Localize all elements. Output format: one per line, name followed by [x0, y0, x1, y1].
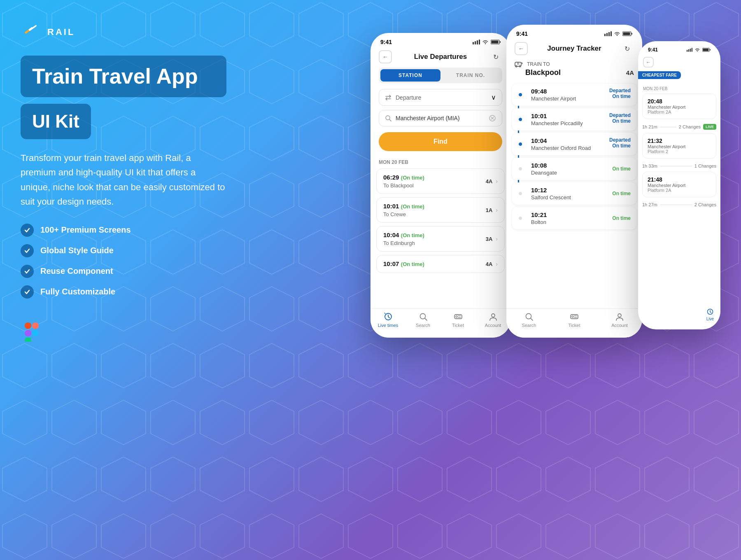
stop-name-4: Deansgate	[531, 170, 557, 176]
clear-icon[interactable]	[489, 114, 496, 122]
train-status-1: (On time)	[401, 175, 424, 181]
fare-badge: CHEAPEST FARE	[638, 71, 681, 79]
back-button-main[interactable]: ←	[379, 50, 392, 63]
livetimes-icon	[384, 312, 393, 321]
nav-ticket-middle[interactable]: Ticket	[552, 312, 597, 328]
status-icons-main	[473, 40, 501, 44]
main-title: Train Travel App	[32, 65, 215, 88]
train-dest-2: To Crewe	[383, 211, 424, 217]
logo-text: RAIL	[47, 27, 75, 37]
nav-account-main[interactable]: Account	[475, 312, 510, 328]
right-duration-2: 1h 33m 1 Changes	[638, 162, 720, 172]
check-icon-2	[21, 244, 34, 257]
check-icon-1	[21, 224, 34, 237]
ticket-icon-middle	[570, 312, 579, 321]
nav-ticket-main[interactable]: Ticket	[440, 312, 475, 328]
departure-dropdown[interactable]: Departure ∨	[379, 89, 502, 106]
bottom-nav-main: Live times Search Ticket	[370, 308, 510, 338]
date-label: MON 20 FEB	[370, 158, 510, 168]
description-text: Transform your train travel app with Rai…	[21, 151, 226, 209]
nav-account-label-main: Account	[485, 323, 501, 328]
journey-stop-1: 09:48 Manchester Airport Departed On tim…	[512, 84, 636, 106]
right-date-label: MON 20 FEB	[638, 86, 720, 93]
changes-text-3: 2 Changes	[694, 202, 716, 207]
wifi-icon	[482, 40, 489, 44]
train-card-4[interactable]: 10:07 (On time) 4A ›	[376, 255, 505, 273]
train-to-section: TRAIN TO	[506, 59, 642, 68]
right-duration-3: 1h 27m 2 Changes	[638, 201, 720, 210]
rail-logo-icon	[21, 21, 43, 43]
train-status-2: (On time)	[401, 203, 424, 210]
search-icon-middle	[524, 312, 534, 321]
bottom-nav-middle: Search Ticket Account	[506, 308, 642, 338]
svg-rect-6	[25, 337, 31, 342]
right-result-2[interactable]: 21:32 Manchester Airport Platform 2	[642, 133, 716, 159]
stop-status-4: On time	[612, 166, 631, 172]
right-station-1: Manchester Airport	[648, 105, 711, 110]
account-nav-icon-main	[489, 312, 498, 321]
nav-ticket-label-middle: Ticket	[569, 323, 580, 328]
battery-icon-r	[702, 48, 711, 52]
chevron-icon-1: ›	[496, 178, 498, 184]
stop-status-5: On time	[612, 191, 631, 196]
tab-station[interactable]: STATION	[380, 69, 440, 82]
phone-right: 9:41	[638, 41, 720, 329]
figma-icon	[21, 319, 43, 342]
feature-item-3: Reuse Component	[21, 265, 226, 278]
svg-point-7	[32, 330, 39, 336]
svg-rect-48	[688, 49, 689, 51]
find-button[interactable]: Find	[379, 132, 502, 151]
svg-rect-5	[25, 330, 31, 336]
right-result-1[interactable]: 20:48 Manchester Airport Platform 2A	[642, 93, 716, 119]
check-icon-4	[21, 285, 34, 299]
journey-stop-3: 10:04 Manchester Oxford Road Departed On…	[512, 133, 636, 155]
stop-dot-1	[518, 92, 523, 97]
train-card-2[interactable]: 10:01 (On time) To Crewe 1A ›	[376, 197, 505, 223]
chevron-icon-2: ›	[496, 207, 498, 213]
refresh-button-middle[interactable]: ↻	[621, 42, 634, 55]
changes-text-2: 1 Changes	[694, 163, 716, 168]
back-button-middle[interactable]: ←	[515, 42, 528, 55]
journey-stop-2: 10:01 Manchester Piccadilly Departed On …	[512, 108, 636, 131]
platform-4: 4A	[486, 261, 493, 267]
nav-search-main[interactable]: Search	[405, 312, 440, 328]
search-station-input[interactable]: Manchester Airport (MIA)	[379, 110, 502, 126]
dropdown-chevron: ∨	[491, 93, 496, 101]
journey-header: ← Journey Tracker ↻	[506, 40, 642, 59]
nav-livetimes[interactable]: Live times	[370, 312, 405, 328]
refresh-button-main[interactable]: ↻	[489, 50, 502, 63]
battery-icon	[491, 40, 501, 44]
stop-name-2: Manchester Piccadilly	[531, 120, 583, 126]
tab-switcher[interactable]: STATION TRAIN NO.	[379, 68, 502, 83]
stop-dot-2	[518, 117, 523, 122]
subtitle-box: UI Kit	[21, 104, 91, 139]
account-icon-middle	[615, 312, 624, 321]
stop-time-5: 10:12	[531, 187, 571, 194]
destination-name: Blackpool	[525, 68, 561, 77]
nav-live-right[interactable]: Live	[706, 308, 714, 321]
right-result-3[interactable]: 21:48 Manchester Airport Platform 2A	[642, 172, 716, 197]
nav-account-middle[interactable]: Account	[597, 312, 642, 328]
stop-time-3: 10:04	[531, 137, 591, 144]
tab-trainno[interactable]: TRAIN NO.	[440, 69, 501, 82]
main-platform-badge: 4A	[626, 69, 634, 76]
svg-line-22	[425, 318, 427, 320]
back-button-right[interactable]: ←	[643, 57, 654, 68]
time-right: 9:41	[648, 47, 658, 53]
stop-name-3: Manchester Oxford Road	[531, 145, 591, 151]
duration-line-3	[660, 205, 692, 205]
svg-rect-34	[623, 33, 630, 35]
title-box: Train Travel App	[21, 56, 226, 97]
train-card-1[interactable]: 06:29 (On time) To Blackpool 4A ›	[376, 168, 505, 194]
svg-rect-8	[473, 42, 474, 44]
stop-departed-3: Departed	[609, 137, 631, 143]
stop-dot-4	[518, 166, 523, 171]
platform-2: 1A	[486, 207, 493, 213]
right-platform-3: Platform 2A	[648, 188, 711, 193]
chevron-icon-3: ›	[496, 236, 498, 242]
nav-search-middle[interactable]: Search	[506, 312, 552, 328]
nav-search-label-middle: Search	[522, 323, 536, 328]
platform-1: 4A	[486, 178, 493, 184]
train-card-3[interactable]: 10:04 (On time) To Edinburgh 3A ›	[376, 226, 505, 252]
stop-name-6: Bolton	[531, 219, 547, 225]
